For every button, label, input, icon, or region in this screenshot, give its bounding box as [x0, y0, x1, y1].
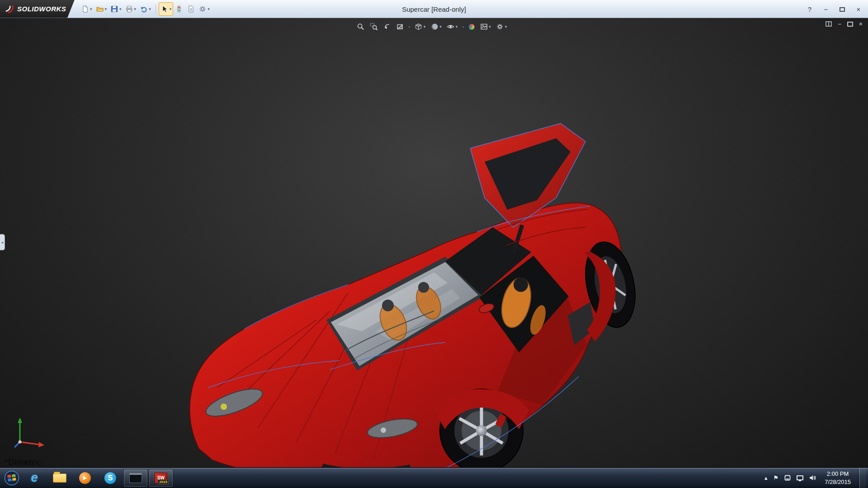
document-maximize-button[interactable] — [847, 22, 853, 27]
view-orientation-cube-icon — [415, 23, 423, 31]
print-icon — [125, 5, 133, 13]
undo-caret[interactable]: ▾ — [149, 7, 151, 11]
windows-taskbar: e ▶ S SW 2015 ▴ ⚑ — [0, 467, 868, 488]
taskbar-command-window[interactable] — [123, 469, 148, 487]
display-style-caret[interactable]: ▾ — [439, 24, 442, 29]
feature-panel-toggle[interactable]: ◂ — [0, 234, 5, 250]
options-button[interactable]: ▾ — [197, 2, 212, 16]
save-caret[interactable]: ▾ — [119, 7, 122, 11]
folder-icon — [53, 474, 66, 483]
view-orientation-label: *Dimetric — [5, 457, 42, 467]
solidworks-window: SOLIDWORKS ▾ ▾ — [0, 0, 868, 488]
taskbar-clock[interactable]: 2:00 PM 7/28/2015 — [822, 470, 854, 486]
help-button[interactable]: ? — [805, 5, 815, 13]
file-properties-button[interactable] — [185, 2, 197, 16]
view-settings-caret[interactable]: ▾ — [505, 24, 507, 29]
split-pane-button[interactable] — [826, 21, 832, 27]
save-button[interactable]: ▾ — [108, 2, 123, 16]
view-settings-button[interactable]: ▾ — [494, 21, 509, 33]
car-model — [181, 117, 651, 467]
minimize-button[interactable]: − — [821, 5, 831, 13]
print-button[interactable]: ▾ — [123, 2, 138, 16]
panel-toggle-arrow-icon: ◂ — [1, 240, 3, 244]
view-orientation-caret[interactable]: ▾ — [424, 24, 426, 29]
maximize-icon — [840, 7, 845, 12]
skype-icon: S — [104, 472, 116, 484]
split-pane-icon — [826, 21, 832, 27]
open-button[interactable]: ▾ — [94, 2, 109, 16]
window-title: Supercar [Read-only] — [402, 0, 466, 18]
section-view-button[interactable] — [394, 21, 406, 33]
zoom-to-fit-button[interactable] — [355, 21, 367, 33]
internet-explorer-icon: e — [31, 471, 38, 485]
clock-time: 2:00 PM — [825, 470, 851, 478]
hide-show-caret[interactable]: ▾ — [456, 24, 458, 29]
select-cursor-icon — [160, 5, 169, 13]
maximize-button[interactable] — [837, 5, 847, 13]
previous-view-button[interactable] — [381, 21, 393, 33]
main-toolbar: ▾ ▾ ▾ — [79, 2, 212, 16]
document-maximize-icon — [847, 22, 853, 27]
select-tool-caret[interactable]: ▾ — [170, 7, 172, 11]
zoom-to-fit-icon — [357, 23, 365, 31]
edit-appearance-ball-icon — [468, 23, 475, 30]
apply-scene-button[interactable]: ▾ — [478, 21, 493, 33]
view-orientation-button[interactable]: ▾ — [413, 21, 428, 33]
coordinate-triad — [12, 412, 51, 451]
start-button[interactable] — [2, 468, 22, 488]
apply-scene-caret[interactable]: ▾ — [489, 24, 491, 29]
rebuild-button[interactable] — [173, 2, 185, 16]
device-status-icon[interactable] — [784, 475, 791, 481]
volume-icon[interactable] — [809, 475, 816, 481]
taskbar-skype[interactable]: S — [98, 469, 123, 487]
window-controls: ? − × — [805, 0, 863, 18]
select-tool-button[interactable]: ▾ — [159, 2, 174, 16]
media-player-icon: ▶ — [79, 472, 91, 484]
document-window-controls: − × — [826, 20, 863, 28]
document-minimize-button[interactable]: − — [838, 20, 841, 28]
save-icon — [110, 5, 118, 13]
solidworks-logo: SOLIDWORKS — [0, 0, 75, 18]
new-document-button[interactable]: ▾ — [79, 2, 94, 16]
show-desktop-button[interactable] — [859, 468, 866, 488]
rebuild-stoplight-icon — [175, 5, 183, 13]
options-caret[interactable]: ▾ — [208, 7, 210, 11]
taskbar-media-player[interactable]: ▶ — [73, 469, 97, 487]
solidworks-logo-icon — [5, 5, 14, 14]
print-caret[interactable]: ▾ — [134, 7, 137, 11]
action-center-flag-icon[interactable]: ⚑ — [774, 474, 779, 481]
display-style-button[interactable]: ▾ — [429, 21, 443, 33]
previous-view-icon — [383, 23, 391, 31]
solidworks-version-badge: 2015 — [158, 479, 169, 484]
show-hidden-icons-button[interactable]: ▴ — [764, 474, 768, 481]
new-document-icon — [81, 5, 89, 13]
taskbar-internet-explorer[interactable]: e — [22, 469, 47, 487]
close-button[interactable]: × — [854, 5, 863, 13]
hide-show-eye-icon — [447, 23, 455, 31]
undo-button[interactable]: ▾ — [138, 2, 153, 16]
solidworks-logo-text: SOLIDWORKS — [17, 5, 66, 13]
taskbar-solidworks[interactable]: SW 2015 — [149, 469, 173, 487]
title-bar: SOLIDWORKS ▾ ▾ — [0, 0, 868, 18]
section-view-icon — [396, 23, 404, 31]
edit-appearance-button[interactable] — [466, 21, 476, 33]
hide-show-items-button[interactable]: ▾ — [445, 21, 460, 33]
system-tray: ▴ ⚑ 2:00 PM 7/28/2015 — [764, 468, 868, 488]
windows-start-icon — [4, 470, 19, 486]
undo-icon — [140, 5, 148, 13]
document-close-button[interactable]: × — [859, 20, 863, 28]
device-icon — [784, 475, 791, 481]
taskbar-windows-explorer[interactable] — [47, 469, 72, 487]
open-caret[interactable]: ▾ — [105, 7, 107, 11]
speaker-icon — [809, 475, 816, 481]
command-window-icon — [129, 473, 142, 483]
apply-scene-icon — [480, 23, 488, 31]
network-display-icon[interactable] — [797, 475, 803, 480]
graphics-viewport[interactable]: ▾ ▾ ▾ — [0, 18, 868, 467]
zoom-to-area-button[interactable] — [368, 21, 380, 33]
solidworks-app-icon: SW 2015 — [155, 473, 167, 483]
headsup-separator — [409, 26, 410, 28]
heads-up-view-toolbar: ▾ ▾ ▾ — [355, 21, 509, 33]
new-document-caret[interactable]: ▾ — [90, 7, 92, 11]
zoom-to-area-icon — [370, 23, 378, 31]
